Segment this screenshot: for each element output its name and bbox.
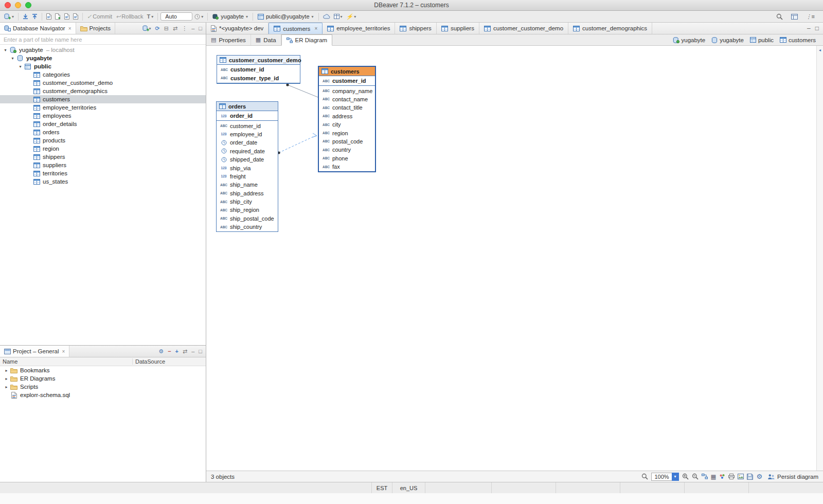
column-company_name[interactable]: ABCcompany_name [319,86,375,95]
column-required_date[interactable]: required_date [217,147,278,155]
new-connection-icon[interactable]: ▾ [142,25,151,31]
column-ship_address[interactable]: ABCship_address [217,189,278,197]
column-city[interactable]: ABCcity [319,120,375,129]
column-ship_name[interactable]: ABCship_name [217,181,278,189]
tree-item-table-customer_demographics[interactable]: customer_demographics [0,87,206,95]
entity-customers[interactable]: customersABCcustomer_idABCcompany_nameAB… [318,66,376,172]
chevron-down-icon[interactable]: ▾ [672,473,679,481]
column-customer_id[interactable]: ABCcustomer_id [217,121,278,130]
tree-item-connection[interactable]: ▾yugabyte– localhost [0,46,206,54]
breadcrumb-public[interactable]: public [750,37,774,43]
column-order_id[interactable]: 123order_id [217,112,278,120]
collapse-all-icon[interactable]: ⊟ [164,25,169,32]
column-customer_type_id[interactable]: ABCcustomer_type_id [217,74,300,82]
editor-tab-suppliers[interactable]: suppliers [437,23,479,34]
minimize-view-icon[interactable]: – [191,348,194,354]
entity-customer_customer_demo[interactable]: customer_customer_demoABCcustomer_idABCc… [217,55,300,84]
print-diagram-icon[interactable] [728,474,735,479]
settings-icon[interactable]: ⚙ [158,348,164,355]
maximize-view-icon[interactable]: □ [199,348,202,354]
column-customer_id[interactable]: ABCcustomer_id [319,77,375,85]
column-phone[interactable]: ABCphone [319,154,375,163]
project-item-bookmarks[interactable]: ▸Bookmarks [0,366,206,374]
expand-arrow-icon[interactable]: ▾ [2,48,9,52]
tree-item-table-orders[interactable]: orders [0,128,206,136]
column-address[interactable]: ABCaddress [319,112,375,120]
column-datasource[interactable]: DataSource [133,358,165,365]
minimize-window-button[interactable] [15,2,21,8]
project-item-er-diagrams[interactable]: ▸ER Diagrams [0,374,206,383]
refresh-icon[interactable]: ⟳ [155,25,160,32]
maximize-view-icon[interactable]: □ [199,25,202,31]
breadcrumb-yugabyte[interactable]: yugabyte [711,37,744,43]
column-country[interactable]: ABCcountry [319,146,375,154]
transaction-log-button[interactable]: ▾ [193,13,205,20]
add-item-icon[interactable]: + [175,348,178,354]
tree-item-table-employee_territories[interactable]: employee_territories [0,103,206,112]
open-sql-script-button[interactable] [63,13,71,20]
recent-sql-button[interactable] [71,13,80,20]
sql-editor-button[interactable] [45,13,53,20]
locale-indicator[interactable]: en_US [392,482,425,493]
zoom-out-icon[interactable] [692,473,699,480]
entity-orders[interactable]: orders123order_idABCcustomer_id123employ… [216,101,278,232]
palette-flyout-strip[interactable]: ◂ [816,46,823,471]
quick-access-menu-button[interactable]: ⋮≡ [804,13,816,21]
breadcrumb-yugabyte[interactable]: yugabyte [673,37,706,43]
export-data-button[interactable] [30,13,39,20]
zoom-original-icon[interactable] [641,473,648,480]
editor-tab--yugabyte-dev[interactable]: *<yugabyte> dev [206,23,269,34]
subtab-er-diagram[interactable]: ER Diagram [281,34,333,46]
tab-database-navigator[interactable]: Database Navigator× [0,23,76,34]
tree-item-table-territories[interactable]: territories [0,169,206,177]
tree-item-table-us_states[interactable]: us_states [0,177,206,186]
tree-item-table-region[interactable]: region [0,145,206,153]
open-perspective-button[interactable] [790,13,799,20]
project-item-explorr-schema-sql[interactable]: explorr-schema.sql [0,391,206,399]
column-postal_code[interactable]: ABCpostal_code [319,137,375,146]
tree-item-table-suppliers[interactable]: suppliers [0,161,206,169]
remove-item-icon[interactable]: − [168,348,171,354]
subtab-properties[interactable]: ▤Properties [206,34,251,45]
editor-tab-customers[interactable]: customers× [269,23,323,34]
close-icon[interactable]: × [62,349,65,354]
auto-layout-icon[interactable] [702,474,708,479]
column-contact_name[interactable]: ABCcontact_name [319,95,375,103]
expand-arrow-icon[interactable]: ▾ [9,56,16,61]
auto-commit-combo[interactable]: Auto [160,12,192,21]
column-customer_id[interactable]: ABCcustomer_id [217,65,300,74]
close-window-button[interactable] [5,2,11,8]
commit-button[interactable]: ✓Commit [85,13,114,21]
column-ship_city[interactable]: ABCship_city [217,197,278,206]
entity-header[interactable]: orders [217,102,278,111]
column-name[interactable]: Name [0,358,133,365]
column-ship_via[interactable]: 123ship_via [217,164,278,172]
data-transfer-button[interactable]: ▾ [332,13,344,20]
minimize-editor-icon[interactable]: – [807,25,811,32]
close-icon[interactable]: × [314,26,317,31]
new-connection-button[interactable]: ▾ [3,13,15,20]
column-ship_postal_code[interactable]: ABCship_postal_code [217,214,278,223]
close-icon[interactable]: × [68,26,71,31]
column-fax[interactable]: ABCfax [319,163,375,171]
new-sql-editor-button[interactable] [53,13,62,20]
tasks-button[interactable]: ⚡▾ [345,13,358,21]
column-ship_country[interactable]: ABCship_country [217,223,278,231]
diagram-settings-icon[interactable]: ⚙ [756,473,762,480]
tree-item-table-categories[interactable]: categories [0,70,206,79]
tree-item-table-products[interactable]: products [0,136,206,145]
save-diagram-icon[interactable] [747,474,753,480]
tree-item-table-order_details[interactable]: order_details [0,120,206,128]
zoom-window-button[interactable] [25,2,31,8]
persist-diagram-button[interactable]: Persist diagram [765,474,818,480]
search-button[interactable] [775,13,784,21]
column-employee_id[interactable]: 123employee_id [217,130,278,138]
tree-item-table-customers[interactable]: customers [0,95,206,103]
import-data-button[interactable] [21,13,30,20]
zoom-in-icon[interactable] [682,473,689,480]
export-image-icon[interactable] [738,474,744,479]
expand-arrow-icon[interactable]: ▾ [17,64,24,69]
connection-selector[interactable]: yugabyte▾ [210,13,250,20]
tree-item-table-customer_customer_demo[interactable]: customer_customer_demo [0,79,206,87]
column-shipped_date[interactable]: shipped_date [217,155,278,164]
